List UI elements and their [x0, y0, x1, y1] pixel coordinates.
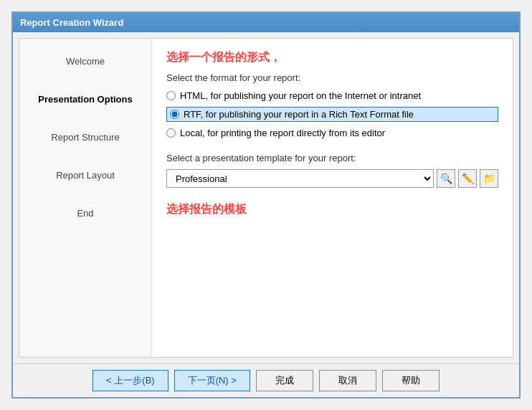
sidebar-item-welcome[interactable]: Welcome — [19, 53, 151, 70]
format-local-label: Local, for printing the report directly … — [180, 128, 385, 138]
back-button[interactable]: < 上一步(B) — [92, 370, 168, 391]
format-html-label: HTML, for publishing your report on the … — [180, 90, 421, 101]
template-edit-btn[interactable]: ✏️ — [458, 169, 477, 188]
template-browse-btn[interactable]: 🔍 — [437, 169, 455, 188]
template-select[interactable]: Professional — [166, 169, 434, 188]
template-section: Select a presentation template for your … — [166, 153, 498, 217]
cancel-button[interactable]: 取消 — [319, 370, 376, 391]
sidebar-item-end[interactable]: End — [19, 205, 151, 221]
help-button[interactable]: 帮助 — [382, 370, 440, 391]
chinese-annotation-template: 选择报告的模板 — [166, 202, 498, 217]
chinese-annotation-format: 选择一个报告的形式， — [166, 50, 498, 65]
template-section-label: Select a presentation template for your … — [166, 153, 498, 163]
format-rtf-radio[interactable] — [170, 110, 179, 119]
finish-button[interactable]: 完成 — [256, 370, 313, 391]
format-html-radio[interactable] — [166, 91, 176, 100]
next-button[interactable]: 下一页(N) > — [174, 370, 250, 391]
format-rtf-option[interactable]: RTF, for publishing your report in a Ric… — [166, 107, 498, 122]
format-html-option[interactable]: HTML, for publishing your report on the … — [166, 90, 498, 101]
dialog-title: Report Creation Wizard — [20, 17, 123, 28]
format-rtf-label: RTF, for publishing your report in a Ric… — [184, 109, 414, 120]
sidebar-item-presentation-options[interactable]: Presentation Options — [19, 91, 151, 108]
sidebar-item-report-structure[interactable]: Report Structure — [19, 129, 151, 146]
format-section-label: Select the format for your report: — [166, 72, 498, 83]
template-folder-btn[interactable]: 📁 — [480, 169, 498, 188]
footer: < 上一步(B) 下一页(N) > 完成 取消 帮助 — [13, 363, 519, 397]
dialog-body: Welcome Presentation Options Report Stru… — [19, 38, 513, 358]
format-local-radio[interactable] — [166, 128, 176, 138]
report-creation-wizard: Report Creation Wizard Welcome Presentat… — [11, 11, 521, 399]
format-radio-group: HTML, for publishing your report on the … — [166, 90, 498, 138]
sidebar: Welcome Presentation Options Report Stru… — [19, 39, 152, 357]
sidebar-item-report-layout[interactable]: Report Layout — [19, 167, 151, 183]
title-bar: Report Creation Wizard — [13, 13, 519, 32]
template-row: Professional 🔍 ✏️ 📁 — [166, 169, 498, 188]
content-area: 选择一个报告的形式， Select the format for your re… — [152, 39, 513, 357]
format-local-option[interactable]: Local, for printing the report directly … — [166, 128, 498, 138]
